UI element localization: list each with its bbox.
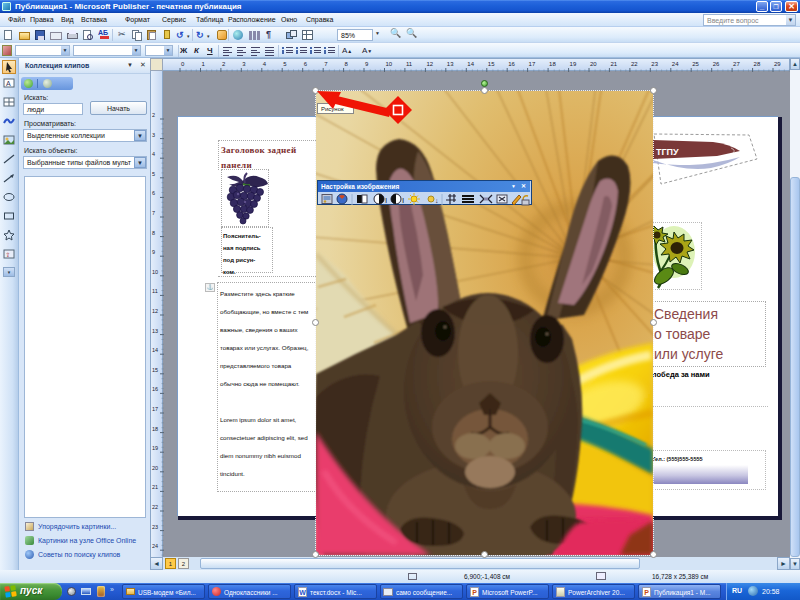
svg-text:18: 18 <box>549 61 556 67</box>
svg-text:4: 4 <box>152 151 155 157</box>
svg-text:I: I <box>385 196 387 205</box>
svg-text:12: 12 <box>152 308 158 314</box>
svg-text:17: 17 <box>529 61 536 67</box>
svg-text:14: 14 <box>467 61 474 67</box>
svg-text:3: 3 <box>152 132 155 138</box>
svg-text:29: 29 <box>774 61 781 67</box>
svg-text:19: 19 <box>570 61 577 67</box>
svg-text:9: 9 <box>365 61 369 67</box>
svg-text:7: 7 <box>152 210 155 216</box>
svg-text:25: 25 <box>692 61 699 67</box>
svg-text:1: 1 <box>202 61 206 67</box>
svg-text:10: 10 <box>386 61 393 67</box>
svg-text:22: 22 <box>152 504 158 510</box>
svg-text:21: 21 <box>610 61 617 67</box>
svg-text:28: 28 <box>754 61 761 67</box>
svg-text:5: 5 <box>283 61 287 67</box>
svg-text:23: 23 <box>651 61 658 67</box>
svg-text:↓: ↓ <box>435 197 439 204</box>
svg-text:6: 6 <box>304 61 308 67</box>
svg-text:8: 8 <box>152 230 155 236</box>
svg-text:16: 16 <box>508 61 515 67</box>
svg-text:13: 13 <box>152 328 158 334</box>
svg-text:2: 2 <box>152 112 155 118</box>
svg-text:12: 12 <box>426 61 433 67</box>
svg-text:17: 17 <box>152 406 158 412</box>
svg-text:24: 24 <box>152 543 158 549</box>
svg-text:3: 3 <box>242 61 246 67</box>
svg-text:ТГПУ: ТГПУ <box>656 147 679 157</box>
svg-text:13: 13 <box>447 61 454 67</box>
svg-text:21: 21 <box>152 484 158 490</box>
svg-text:2: 2 <box>222 61 226 67</box>
svg-text:11: 11 <box>406 61 413 67</box>
svg-text:23: 23 <box>152 524 158 530</box>
svg-text:26: 26 <box>713 61 720 67</box>
svg-text:A: A <box>6 80 11 87</box>
svg-text:19: 19 <box>152 445 158 451</box>
svg-text:14: 14 <box>152 347 158 353</box>
svg-text:15: 15 <box>488 61 495 67</box>
svg-text:6: 6 <box>152 190 155 196</box>
svg-text:18: 18 <box>152 426 158 432</box>
svg-text:27: 27 <box>733 61 740 67</box>
svg-text:11: 11 <box>152 288 158 294</box>
svg-text:9: 9 <box>152 249 155 255</box>
svg-text:5: 5 <box>152 171 155 177</box>
svg-text:15: 15 <box>152 367 158 373</box>
svg-text:⇪: ⇪ <box>6 252 11 258</box>
svg-text:16: 16 <box>152 386 158 392</box>
svg-text:24: 24 <box>672 61 679 67</box>
svg-text:20: 20 <box>590 61 597 67</box>
svg-text:22: 22 <box>631 61 638 67</box>
svg-text:8: 8 <box>345 61 349 67</box>
svg-text:20: 20 <box>152 465 158 471</box>
svg-text:7: 7 <box>324 61 328 67</box>
svg-text:0: 0 <box>181 61 185 67</box>
svg-text:10: 10 <box>152 269 158 275</box>
svg-text:I: I <box>402 196 404 205</box>
svg-text:4: 4 <box>263 61 267 67</box>
